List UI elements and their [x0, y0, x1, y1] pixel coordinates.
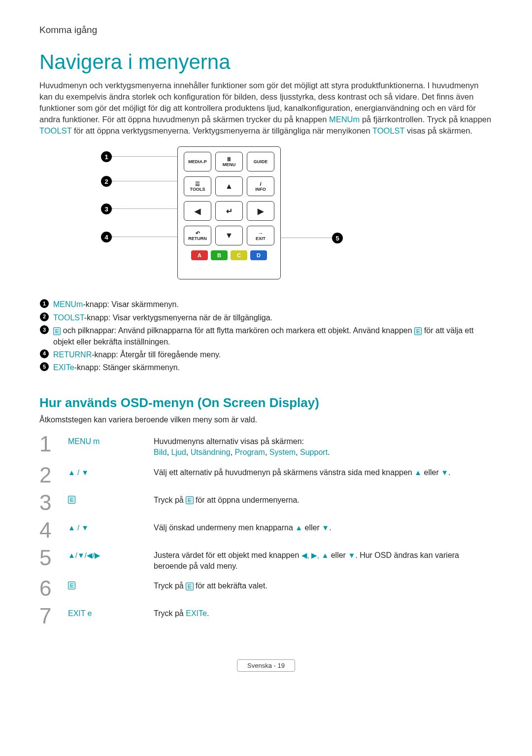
- step-number: 4: [39, 519, 68, 541]
- step-number: 5: [39, 547, 68, 569]
- enter-icon: E: [186, 583, 193, 590]
- enter-icon: E: [68, 496, 75, 504]
- intro-text-4: visas på skärmen.: [407, 126, 472, 135]
- down-arrow-icon: ▼: [322, 523, 329, 532]
- exit-icon: e: [70, 363, 74, 372]
- step-desc: Tryck på EXITe.: [154, 605, 493, 619]
- intro-paragraph: Huvudmenyn och verktygsmenyerna innehåll…: [39, 80, 493, 137]
- callout-dot-5: 5: [332, 233, 343, 243]
- menu-keyword: MENUm: [329, 115, 360, 124]
- legend-dot-icon: 1: [40, 299, 49, 308]
- sub-intro: Åtkomststegen kan variera beroende vilke…: [39, 415, 493, 424]
- menu-icon: m: [76, 300, 83, 309]
- intro-text-3: för att öppna verktygsmenyerna. Verktygs…: [74, 126, 372, 135]
- down-arrow-icon: ▼: [441, 468, 448, 477]
- tools-icon: T: [67, 126, 72, 135]
- callout-dot-4: 4: [101, 232, 112, 242]
- step-number: 3: [39, 492, 68, 514]
- link-support: Support: [300, 448, 328, 456]
- step-row: 5 ▲/▼/◀/▶ Justera värdet för ett objekt …: [39, 544, 493, 575]
- green-button: B: [211, 250, 228, 260]
- return-button: ↶RETURN: [184, 226, 211, 245]
- step-desc: Välj ett alternativ på huvudmenyn på skä…: [154, 464, 493, 478]
- step-desc: Justera värdet för ett objekt med knappe…: [154, 547, 493, 572]
- arrow-icons: ◀, ▶, ▲: [301, 551, 329, 559]
- down-arrow-icon: ▼: [348, 551, 355, 559]
- callout-dot-2: 2: [101, 176, 112, 187]
- legend-text: -knapp: Återgår till föregående meny.: [92, 350, 221, 359]
- legend-text: -knapp: Visar verktygsmenyerna när de är…: [84, 313, 272, 322]
- guide-button: GUIDE: [247, 152, 274, 172]
- blue-button: D: [250, 250, 267, 260]
- legend-keyword: RETURN: [53, 350, 86, 359]
- link-bild: Bild: [154, 448, 167, 456]
- legend-keyword: MENU: [53, 300, 76, 309]
- step-row: 6 E Tryck på E för att bekräfta valet.: [39, 575, 493, 602]
- step-number: 2: [39, 464, 68, 486]
- color-buttons: A B C D: [183, 250, 275, 260]
- up-arrow-icon: ▲: [414, 468, 422, 477]
- up-arrow-icon: ▲: [295, 523, 302, 532]
- red-button: A: [191, 250, 208, 260]
- return-icon: R: [86, 350, 92, 359]
- link-program: Program: [235, 448, 265, 456]
- tools-keyword: TOOLST: [39, 126, 71, 135]
- step-desc: Välj önskad undermeny men knapparna ▲ el…: [154, 519, 493, 533]
- up-arrow-button: ▲: [215, 176, 243, 196]
- steps-table: 1 MENUm Huvudmenyns alternativ visas på …: [39, 430, 493, 630]
- legend-keyword: TOOLS: [53, 313, 80, 322]
- enter-icon: E: [414, 327, 422, 335]
- info-button: iINFO: [247, 176, 274, 196]
- step-label: ▲ / ▼: [68, 464, 154, 477]
- enter-icon: E: [186, 496, 193, 504]
- legend-item-3: 3 E och pilknappar: Använd pilknapparna …: [39, 325, 493, 347]
- legend-dot-icon: 3: [40, 325, 49, 334]
- step-row: 7 EXITe Tryck på EXITe.: [39, 602, 493, 630]
- mediap-button: MEDIA.P: [184, 152, 211, 172]
- tools-icon: T: [400, 126, 405, 135]
- step-label: ▲ / ▼: [68, 519, 154, 532]
- left-arrow-button: ◀: [184, 201, 211, 221]
- step-number: 1: [39, 433, 68, 455]
- step-label: E: [68, 578, 154, 589]
- step-label: EXITe: [68, 605, 154, 618]
- legend-item-4: 4 RETURNR-knapp: Återgår till föregående…: [39, 349, 493, 360]
- step-number: 6: [39, 578, 68, 599]
- step-label: E: [68, 492, 154, 504]
- step-desc: Tryck på E för att öppna undermenyerna.: [154, 492, 493, 506]
- legend-keyword: EXIT: [53, 363, 70, 372]
- remote-diagram: 1 2 3 4 5 MEDIA.P ⅢMENU GUIDE ☰TOOLS ▲ i…: [39, 146, 493, 289]
- step-label: ▲/▼/◀/▶: [68, 547, 154, 560]
- tools-icon: T: [80, 313, 84, 322]
- step-row: 1 MENUm Huvudmenyns alternativ visas på …: [39, 430, 493, 461]
- exit-button: →EXIT: [247, 226, 274, 245]
- callout-dot-1: 1: [101, 151, 112, 162]
- enter-button: ↵: [215, 201, 243, 221]
- exit-icon: e: [88, 609, 92, 618]
- step-row: 3 E Tryck på E för att öppna undermenyer…: [39, 489, 493, 516]
- legend-dot-icon: 4: [40, 349, 49, 358]
- yellow-button: C: [231, 250, 247, 260]
- step-desc: Huvudmenyns alternativ visas på skärmen:…: [154, 433, 493, 458]
- enter-icon: E: [53, 327, 61, 335]
- tools-button: ☰TOOLS: [184, 176, 211, 196]
- step-row: 4 ▲ / ▼ Välj önskad undermeny men knappa…: [39, 516, 493, 544]
- right-arrow-button: ▶: [247, 201, 274, 221]
- remote-body: MEDIA.P ⅢMENU GUIDE ☰TOOLS ▲ iINFO ◀ ↵ ▶…: [177, 146, 281, 279]
- callout-dot-3: 3: [101, 204, 112, 214]
- link-system: System: [269, 448, 296, 456]
- legend-text: -knapp: Stänger skärmmenyn.: [74, 363, 180, 372]
- intro-text-2: på fjärrkontrollen. Tryck på knappen: [362, 115, 491, 124]
- link-utsandning: Utsändning: [191, 448, 231, 456]
- legend-dot-icon: 2: [40, 312, 49, 321]
- menu-button: ⅢMENU: [215, 152, 243, 172]
- page-footer: Svenska - 19: [237, 659, 295, 672]
- exit-keyword: EXIT: [186, 609, 202, 618]
- legend-text: -knapp: Visar skärmmenyn.: [83, 300, 178, 309]
- step-label: MENUm: [68, 433, 154, 446]
- legend-item-5: 5 EXITe-knapp: Stänger skärmmenyn.: [39, 362, 493, 373]
- step-row: 2 ▲ / ▼ Välj ett alternativ på huvudmeny…: [39, 461, 493, 489]
- menu-icon: m: [93, 437, 100, 446]
- step-desc: Tryck på E för att bekräfta valet.: [154, 578, 493, 591]
- section-label: Komma igång: [39, 25, 493, 35]
